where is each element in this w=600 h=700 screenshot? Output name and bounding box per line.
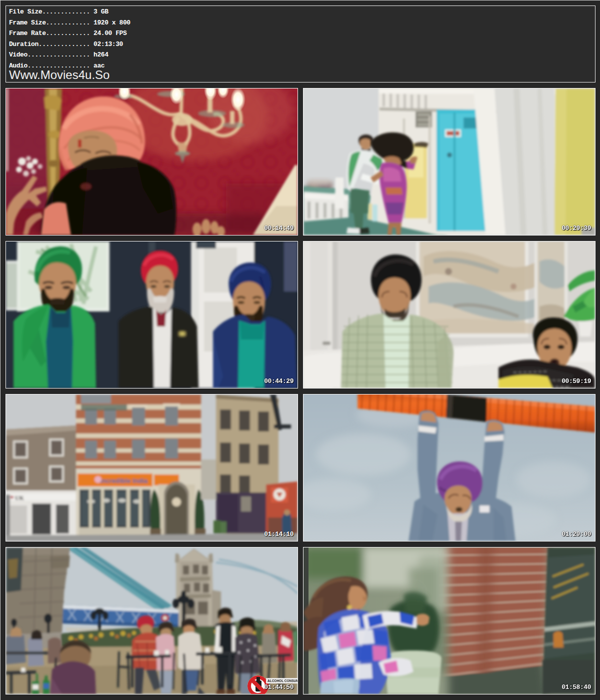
svg-text:ALCOHOL CONSUMPTION IS INJ: ALCOHOL CONSUMPTION IS INJ bbox=[268, 679, 298, 682]
svg-text:UK: UK bbox=[15, 494, 24, 502]
svg-text:Incredible India: Incredible India bbox=[100, 477, 148, 484]
